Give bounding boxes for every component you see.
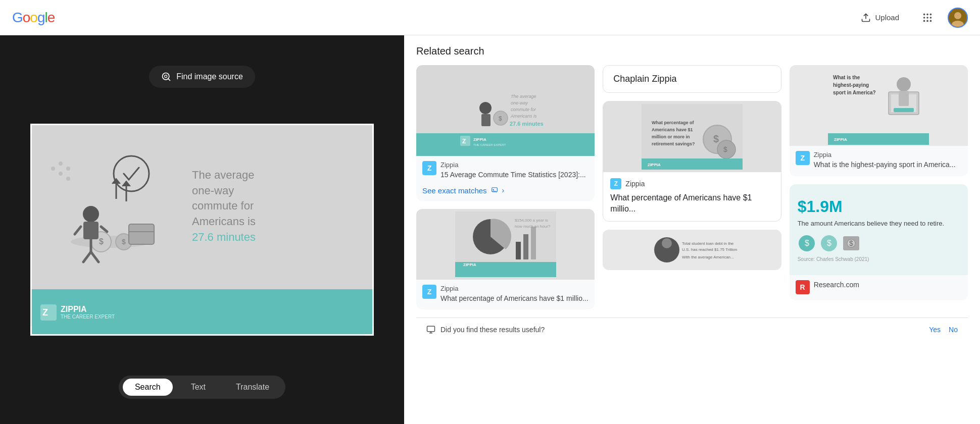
svg-point-87 <box>897 77 911 91</box>
svg-line-35 <box>91 252 99 262</box>
avatar[interactable] <box>948 8 968 28</box>
svg-point-7 <box>926 20 928 22</box>
source-name-retirement: Zippia <box>625 180 645 188</box>
svg-text:With the average American...: With the average American... <box>682 255 734 259</box>
card-title-1: 15 Average Commute Time Statistics [2023… <box>440 170 586 180</box>
svg-point-77 <box>662 238 672 248</box>
source-name-salary: Zippia <box>440 285 589 292</box>
svg-text:$: $ <box>713 133 719 144</box>
svg-line-31 <box>75 227 81 234</box>
svg-line-32 <box>101 227 107 232</box>
translate-tab[interactable]: Translate <box>224 379 281 396</box>
zippia-salary-card[interactable]: ZIPPIA $154,000 a year is how much an ho… <box>416 209 595 310</box>
lens-icon <box>161 72 171 82</box>
money-card[interactable]: $1.9M The amount Americans believe they … <box>790 184 968 300</box>
svg-text:sport in America?: sport in America? <box>833 90 876 95</box>
feedback-no-button[interactable]: No <box>949 326 958 334</box>
svg-text:$: $ <box>499 115 502 122</box>
svg-text:$: $ <box>849 239 853 247</box>
commute-preview-svg: $ The average one-way commute for Americ… <box>455 70 556 151</box>
infographic-footer: Z ZIPPIA THE CAREER EXPERT <box>30 289 374 336</box>
student-loan-card[interactable]: Total student loan debt in the U.S. has … <box>603 230 781 270</box>
svg-point-17 <box>51 167 55 171</box>
svg-point-14 <box>59 172 63 176</box>
text-tab[interactable]: Text <box>179 379 218 396</box>
zippia-icon-3: Z <box>610 178 621 189</box>
zippia-icon-4: Z <box>796 151 810 165</box>
header-left: Google <box>12 10 55 26</box>
feedback-bar: Did you find these results useful? Yes N… <box>416 317 968 341</box>
card-title-sport: What is the highest-paying sport in Amer… <box>814 160 956 170</box>
card-title-retirement: What percentage of Americans have $1 mil… <box>603 189 780 221</box>
see-exact-matches-link[interactable]: See exact matches <box>422 186 487 195</box>
svg-point-8 <box>930 20 932 22</box>
infographic: $ $ <box>30 124 374 336</box>
card-source-sport: Z Zippia What is the highest-paying spor… <box>790 146 968 176</box>
upload-button[interactable]: Upload <box>853 9 907 27</box>
svg-text:$: $ <box>99 237 104 246</box>
svg-text:$154,000 a year is: $154,000 a year is <box>515 218 548 223</box>
zippia-retirement-card[interactable]: What percentage of Americans have $1 mil… <box>603 101 781 222</box>
upload-label: Upload <box>875 13 899 22</box>
main-result-column: $ The average one-way commute for Americ… <box>416 65 595 309</box>
svg-point-6 <box>923 20 925 22</box>
research-icon: R <box>796 280 810 294</box>
svg-rect-53 <box>492 188 497 192</box>
right-column: What is the highest-paying sport in Amer… <box>790 65 968 309</box>
source-note: Source: Charles Schwab (2021) <box>798 256 869 262</box>
svg-text:ZIPPIA: ZIPPIA <box>834 137 847 142</box>
zippia-logo: Z ZIPPIA THE CAREER EXPERT <box>40 304 115 321</box>
card-source-research: R Research.com <box>790 275 968 300</box>
svg-text:What is the: What is the <box>833 75 860 80</box>
related-chip-chaplain[interactable]: Chaplain Zippia <box>603 65 781 93</box>
avatar-image <box>949 9 967 27</box>
search-tab[interactable]: Search <box>123 379 173 396</box>
svg-point-4 <box>926 17 928 19</box>
svg-rect-27 <box>129 224 154 244</box>
svg-text:What percentage of: What percentage of <box>652 120 695 125</box>
chevron-right-icon: › <box>502 186 505 194</box>
sport-card-image: What is the highest-paying sport in Amer… <box>790 65 968 146</box>
svg-text:$: $ <box>805 239 809 247</box>
find-image-source-button[interactable]: Find image source <box>149 66 255 88</box>
sport-card[interactable]: What is the highest-paying sport in Amer… <box>790 65 968 176</box>
bottom-tabs: Search Text Translate <box>119 376 285 399</box>
student-loan-svg: Total student loan debt in the U.S. has … <box>642 231 743 269</box>
svg-text:highest-paying: highest-paying <box>833 82 869 88</box>
svg-rect-88 <box>899 91 909 106</box>
image-search-icon <box>491 187 498 194</box>
svg-rect-60 <box>531 227 536 259</box>
svg-text:ZIPPIA: ZIPPIA <box>463 262 476 267</box>
svg-text:retirement savings?: retirement savings? <box>652 141 695 146</box>
left-panel: Find image source <box>0 35 404 424</box>
header-right: Upload <box>853 8 968 28</box>
svg-text:ZIPPIA: ZIPPIA <box>473 137 486 142</box>
safe-icon: $ <box>842 234 860 252</box>
related-search-header: Related search <box>416 45 968 57</box>
svg-text:Z: Z <box>462 138 466 145</box>
commute-illustration: $ $ <box>45 143 177 270</box>
feedback-icon <box>426 325 435 334</box>
card-image-commute: $ The average one-way commute for Americ… <box>416 65 595 156</box>
svg-point-0 <box>923 13 925 15</box>
svg-text:$: $ <box>122 238 126 246</box>
svg-rect-89 <box>894 108 914 112</box>
retirement-card-img: What percentage of Americans have $1 mil… <box>603 101 780 172</box>
apps-button[interactable] <box>917 8 938 28</box>
feedback-actions: Yes No <box>929 326 958 334</box>
source-name-1: Zippia <box>440 161 586 169</box>
svg-text:how much an hour?: how much an hour? <box>515 224 551 229</box>
google-logo: Google <box>12 10 55 26</box>
exact-matches-row: See exact matches › <box>416 186 595 201</box>
zippia-commute-card[interactable]: $ The average one-way commute for Americ… <box>416 65 595 201</box>
feedback-yes-button[interactable]: Yes <box>929 326 941 334</box>
source-name-sport: Zippia <box>814 151 956 158</box>
svg-point-3 <box>923 17 925 19</box>
retirement-preview-svg: What percentage of Americans have $1 mil… <box>642 104 743 170</box>
main-content: Find image source <box>0 35 980 424</box>
money-card-image: $1.9M The amount Americans believe they … <box>790 184 968 275</box>
svg-text:ZIPPIA: ZIPPIA <box>648 163 661 167</box>
svg-rect-99 <box>427 326 435 332</box>
svg-point-19 <box>114 156 149 191</box>
zippia-icon-2: Z <box>422 285 436 299</box>
